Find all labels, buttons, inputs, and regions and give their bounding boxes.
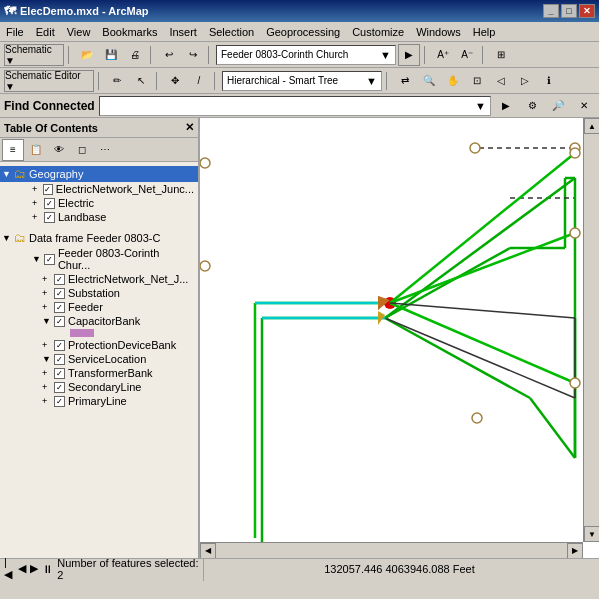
cap-expand: ▼: [42, 316, 52, 326]
toc-item-primary[interactable]: + ✓ PrimaryLine: [0, 394, 198, 408]
select-tool-btn[interactable]: ↖: [130, 70, 152, 92]
scroll-right-btn[interactable]: ▶: [567, 543, 583, 559]
toc-item-secondary[interactable]: + ✓ SecondaryLine: [0, 380, 198, 394]
geo-expand-icon: ▼: [2, 169, 12, 179]
pan-btn[interactable]: ✋: [442, 70, 464, 92]
status-text: Number of features selected: 2: [57, 557, 199, 581]
trace-run-btn[interactable]: ▶: [495, 95, 517, 117]
toc-item-net-junc[interactable]: + ✓ ElectricNetwork_Net_Junc...: [0, 182, 198, 196]
menu-insert[interactable]: Insert: [163, 24, 203, 40]
back-btn[interactable]: ◁: [490, 70, 512, 92]
save-btn[interactable]: 💾: [100, 44, 122, 66]
toc-source-btn[interactable]: 📋: [25, 139, 47, 161]
toc-vis-btn[interactable]: 👁: [48, 139, 70, 161]
toc-sel-btn[interactable]: ◻: [71, 139, 93, 161]
toc-item-electric[interactable]: + ✓ Electric: [0, 196, 198, 210]
scroll-left-btn[interactable]: ◀: [200, 543, 216, 559]
feeder-dropdown[interactable]: Feeder 0803-Corinth Church ▼: [216, 45, 396, 65]
df-folder-icon: 🗂: [14, 231, 26, 245]
redo-btn[interactable]: ↪: [182, 44, 204, 66]
nav-first[interactable]: |◀: [4, 556, 14, 581]
sep9: [386, 72, 390, 90]
fwd-btn[interactable]: ▷: [514, 70, 536, 92]
electric-check[interactable]: ✓: [44, 198, 55, 209]
geography-group-header[interactable]: ▼ 🗂 Geography: [0, 166, 198, 182]
trace-settings-btn[interactable]: ⚙: [521, 95, 543, 117]
move-btn[interactable]: ✥: [164, 70, 186, 92]
netj2-check[interactable]: ✓: [54, 274, 65, 285]
hierarchical-dropdown[interactable]: Hierarchical - Smart Tree ▼: [222, 71, 382, 91]
net-junc-check[interactable]: ✓: [43, 184, 53, 195]
open-btn[interactable]: 📂: [76, 44, 98, 66]
print-btn[interactable]: 🖨: [124, 44, 146, 66]
toc-item-protection[interactable]: + ✓ ProtectionDeviceBank: [0, 338, 198, 352]
schematic-dropdown-btn[interactable]: Schematic ▼: [4, 44, 64, 66]
scroll-up-btn[interactable]: ▲: [584, 118, 599, 134]
svc-check[interactable]: ✓: [54, 354, 65, 365]
toc-item-service[interactable]: ▼ ✓ ServiceLocation: [0, 352, 198, 366]
feeder-df-check[interactable]: ✓: [44, 254, 55, 265]
font-down-btn[interactable]: A⁻: [456, 44, 478, 66]
menu-bookmarks[interactable]: Bookmarks: [96, 24, 163, 40]
toolbar-editor: Schematic Editor ▼ ✏ ↖ ✥ / Hierarchical …: [0, 68, 599, 94]
schematic-editor-dropdown-btn[interactable]: Schematic Editor ▼: [4, 70, 94, 92]
identify-btn[interactable]: ℹ: [538, 70, 560, 92]
scroll-down-btn[interactable]: ▼: [584, 526, 599, 542]
landbase-check[interactable]: ✓: [44, 212, 55, 223]
menu-selection[interactable]: Selection: [203, 24, 260, 40]
close-button[interactable]: ✕: [579, 4, 595, 18]
menu-customize[interactable]: Customize: [346, 24, 410, 40]
trans-expand: +: [42, 368, 52, 378]
line-btn[interactable]: /: [188, 70, 210, 92]
prim-check[interactable]: ✓: [54, 396, 65, 407]
svg-rect-0: [200, 118, 599, 558]
layers-btn[interactable]: ⊞: [490, 44, 512, 66]
toc-item-transformer[interactable]: + ✓ TransformerBank: [0, 366, 198, 380]
prot-expand: +: [42, 340, 52, 350]
menu-windows[interactable]: Windows: [410, 24, 467, 40]
protection-label: ProtectionDeviceBank: [68, 339, 176, 351]
trans-check[interactable]: ✓: [54, 368, 65, 379]
zoom-btn[interactable]: 🔍: [418, 70, 440, 92]
nav-btn[interactable]: ⇄: [394, 70, 416, 92]
toc-item-feeder[interactable]: ▼ ✓ Feeder 0803-Corinth Chur...: [0, 246, 198, 272]
menu-view[interactable]: View: [61, 24, 97, 40]
sub-check[interactable]: ✓: [54, 288, 65, 299]
toc-item-feeder2[interactable]: + ✓ Feeder: [0, 300, 198, 314]
nav-pause[interactable]: ⏸: [42, 563, 53, 575]
cap-check[interactable]: ✓: [54, 316, 65, 327]
dataframe-group-header[interactable]: ▼ 🗂 Data frame Feeder 0803-C: [0, 230, 198, 246]
trace-dropdown[interactable]: ▼: [99, 96, 491, 116]
edit-tool-btn[interactable]: ✏: [106, 70, 128, 92]
feeder-btn[interactable]: ▶: [398, 44, 420, 66]
toc-item-net-j2[interactable]: + ✓ ElectricNetwork_Net_J...: [0, 272, 198, 286]
trace-zoom-btn[interactable]: 🔎: [547, 95, 569, 117]
nav-play[interactable]: ▶: [30, 562, 38, 575]
menu-edit[interactable]: Edit: [30, 24, 61, 40]
toc-opt-btn[interactable]: ⋯: [94, 139, 116, 161]
toc-item-landbase[interactable]: + ✓ Landbase: [0, 210, 198, 224]
toc-item-capacitor[interactable]: ▼ ✓ CapacitorBank: [0, 314, 198, 328]
toc-list-btn[interactable]: ≡: [2, 139, 24, 161]
toc-close-btn[interactable]: ✕: [185, 121, 194, 134]
nav-prev[interactable]: ◀: [18, 562, 26, 575]
font-up-btn[interactable]: A⁺: [432, 44, 454, 66]
sec-check[interactable]: ✓: [54, 382, 65, 393]
prot-check[interactable]: ✓: [54, 340, 65, 351]
menu-geoprocessing[interactable]: Geoprocessing: [260, 24, 346, 40]
menu-file[interactable]: File: [0, 24, 30, 40]
minimize-button[interactable]: _: [543, 4, 559, 18]
toc-title: Table Of Contents: [4, 122, 98, 134]
maximize-button[interactable]: □: [561, 4, 577, 18]
toc-item-substation[interactable]: + ✓ Substation: [0, 286, 198, 300]
vertical-scrollbar[interactable]: ▲ ▼: [583, 118, 599, 542]
canvas-area[interactable]: ▲ ▼ ◀ ▶: [200, 118, 599, 558]
fullext-btn[interactable]: ⊡: [466, 70, 488, 92]
electric-expand: +: [32, 198, 42, 208]
title-bar-controls[interactable]: _ □ ✕: [543, 4, 595, 18]
trace-clear-btn[interactable]: ✕: [573, 95, 595, 117]
menu-help[interactable]: Help: [467, 24, 502, 40]
undo-btn[interactable]: ↩: [158, 44, 180, 66]
feeder2-check[interactable]: ✓: [54, 302, 65, 313]
horizontal-scrollbar[interactable]: ◀ ▶: [200, 542, 583, 558]
